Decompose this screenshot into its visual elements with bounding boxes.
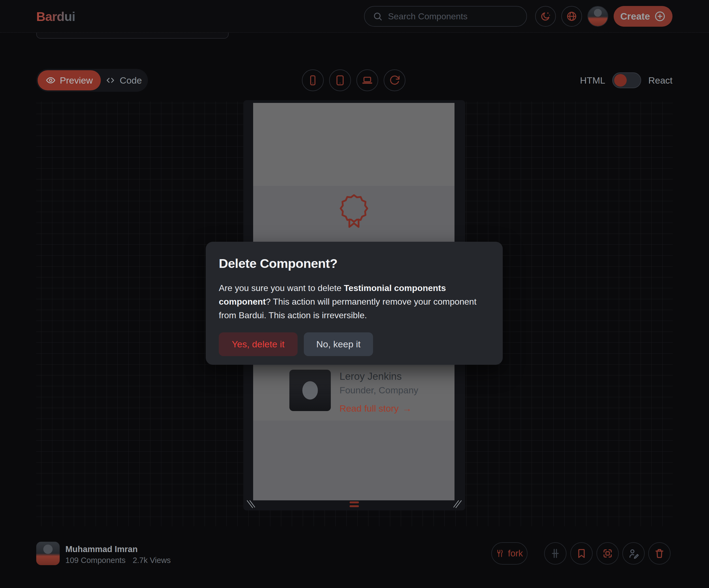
adjust-button[interactable] <box>544 542 567 565</box>
language-button[interactable] <box>561 6 582 27</box>
bardui-app: Bardui Search Components Create <box>0 0 709 588</box>
author-name: Muhammad Imran <box>65 544 138 554</box>
device-preview-controls <box>302 69 405 91</box>
user-avatar[interactable] <box>587 6 608 27</box>
eye-icon <box>46 76 56 85</box>
resize-handle-left-icon[interactable] <box>245 500 256 509</box>
smartphone-icon <box>307 75 318 86</box>
user-edit-icon <box>628 548 639 559</box>
create-button-label: Create <box>621 11 650 22</box>
search-placeholder: Search Components <box>388 11 468 22</box>
framework-html-label: HTML <box>580 75 605 86</box>
author-stats: 109 Components 2.7k Views <box>65 556 171 565</box>
scrolled-card-edge <box>36 33 229 39</box>
edit-author-button[interactable] <box>622 542 645 565</box>
bookmark-button[interactable] <box>570 542 593 565</box>
fork-icon <box>496 549 505 558</box>
read-full-story-link[interactable]: Read full story → <box>340 403 418 414</box>
testimonial-avatar <box>289 370 331 411</box>
fullscreen-button[interactable] <box>597 542 619 565</box>
tab-code-label: Code <box>120 75 142 86</box>
author-avatar-image <box>36 542 60 565</box>
sliders-icon <box>550 548 561 559</box>
bookmark-icon <box>576 548 587 559</box>
code-icon <box>105 76 115 85</box>
tab-code[interactable]: Code <box>101 70 147 90</box>
refresh-icon <box>389 75 400 86</box>
read-full-story-label: Read full story <box>340 403 399 414</box>
arrow-right-icon: → <box>402 403 412 414</box>
moon-icon <box>540 11 551 22</box>
fork-button-label: fork <box>508 548 523 559</box>
user-avatar-image <box>588 6 608 26</box>
search-input[interactable]: Search Components <box>364 6 527 27</box>
fork-button[interactable]: fork <box>491 542 527 565</box>
mobile-view-button[interactable] <box>302 69 324 91</box>
trash-icon <box>654 548 665 559</box>
scan-icon <box>602 548 613 559</box>
components-count: 109 Components <box>65 556 126 565</box>
plus-circle-icon <box>654 10 666 22</box>
view-mode-segment: Preview Code <box>36 69 148 92</box>
author-avatar[interactable] <box>36 542 60 565</box>
tablet-icon <box>334 75 346 86</box>
globe-icon <box>566 11 577 22</box>
logo[interactable]: Bardui <box>36 9 75 24</box>
cancel-delete-button[interactable]: No, keep it <box>304 332 373 356</box>
desktop-view-button[interactable] <box>357 69 378 91</box>
refresh-button[interactable] <box>384 69 405 91</box>
preview-section-bottom <box>253 421 454 500</box>
testimonial-block: Leroy Jenkins Founder, Company Read full… <box>253 367 454 421</box>
testimonial-role: Founder, Company <box>340 385 418 395</box>
modal-body-prefix: Are you sure you want to delete <box>219 283 344 293</box>
resize-handle-right-icon[interactable] <box>453 500 463 509</box>
laptop-icon <box>362 75 373 86</box>
confirm-delete-button[interactable]: Yes, delete it <box>219 332 297 356</box>
modal-title: Delete Component? <box>219 256 490 271</box>
testimonial-name: Leroy Jenkins <box>340 371 418 382</box>
award-badge-icon <box>337 194 371 229</box>
preview-section-top <box>253 103 454 186</box>
framework-switch[interactable] <box>612 73 641 88</box>
tablet-view-button[interactable] <box>329 69 351 91</box>
navbar: Bardui Search Components Create <box>0 0 709 33</box>
delete-button[interactable] <box>648 542 671 565</box>
views-count: 2.7k Views <box>133 556 171 565</box>
framework-toggle: HTML React <box>580 69 673 92</box>
delete-component-modal: Delete Component? Are you sure you want … <box>206 242 503 365</box>
tab-preview-label: Preview <box>60 75 93 86</box>
modal-actions: Yes, delete it No, keep it <box>219 332 490 356</box>
framework-switch-knob <box>614 74 627 87</box>
modal-body: Are you sure you want to delete Testimon… <box>219 281 490 322</box>
panel-drag-handle[interactable] <box>349 501 359 507</box>
tab-preview[interactable]: Preview <box>37 70 101 90</box>
framework-react-label: React <box>648 75 673 86</box>
search-icon <box>373 11 383 21</box>
testimonial-text: Leroy Jenkins Founder, Company Read full… <box>340 370 418 421</box>
create-button[interactable]: Create <box>614 6 673 27</box>
theme-toggle-button[interactable] <box>535 6 556 27</box>
